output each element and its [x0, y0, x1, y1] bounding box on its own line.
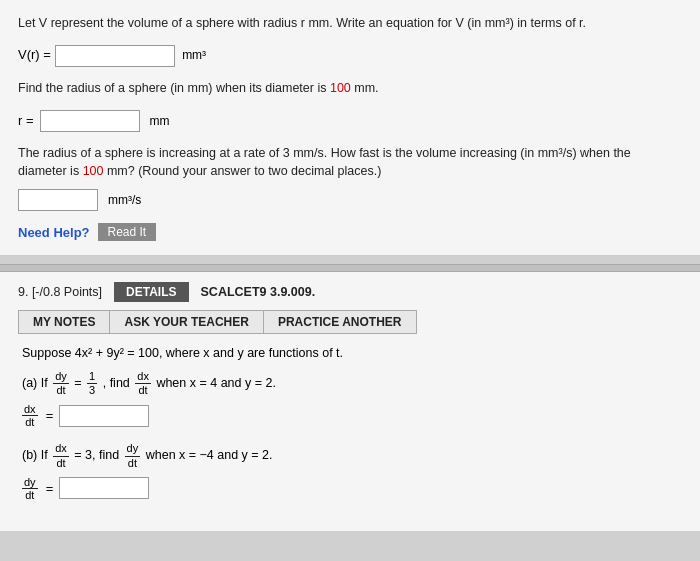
part-b-intro: If — [41, 448, 51, 462]
line2-highlight: 100 — [330, 81, 351, 95]
part-a-text: (a) If dy dt = 1 3 , find dx dt — [22, 376, 276, 390]
divider — [0, 264, 700, 272]
part-a-when: when x = 4 and y = 2. — [156, 376, 276, 390]
part-a-answer-row: dx dt = — [22, 403, 682, 428]
suppose-label: Suppose 4x² + 9y² = 100, where x and y a… — [22, 346, 343, 360]
problem8-line2: Find the radius of a sphere (in mm) when… — [18, 79, 682, 98]
dy-dt-frac: dy dt — [53, 370, 69, 397]
dy-top-b: dy — [125, 442, 141, 456]
r-row: r = mm — [18, 110, 682, 132]
dy-top: dy — [53, 370, 69, 384]
action-buttons: MY NOTES ASK YOUR TEACHER PRACTICE ANOTH… — [18, 310, 682, 334]
problem8-section: Let V represent the volume of a sphere w… — [0, 0, 700, 256]
one-bottom: 3 — [87, 384, 97, 397]
need-help-row: Need Help? Read It — [18, 223, 682, 241]
need-help-label: Need Help? — [18, 225, 90, 240]
part-a-intro: If — [41, 376, 51, 390]
dy-bottom: dt — [54, 384, 67, 397]
answer-a-frac: dx dt — [22, 403, 38, 428]
part-b-when: when x = −4 and y = 2. — [146, 448, 273, 462]
suppose-text: Suppose 4x² + 9y² = 100, where x and y a… — [22, 346, 682, 360]
dy-bottom-b: dt — [126, 457, 139, 470]
r-unit: mm — [150, 114, 170, 128]
part-a-equals: = — [46, 408, 54, 423]
line3-post: mm? (Round your answer to two decimal pl… — [103, 164, 381, 178]
r-label: r = — [18, 113, 34, 128]
ans-dx-bot: dt — [23, 416, 36, 428]
answer-input[interactable] — [18, 189, 98, 211]
scalc-label: SCALCET9 3.9.009. — [201, 285, 316, 299]
dx-bottom-b: dt — [54, 457, 67, 470]
page-container: Let V represent the volume of a sphere w… — [0, 0, 700, 531]
practice-another-button[interactable]: PRACTICE ANOTHER — [263, 310, 417, 334]
dx-dt-frac-b: dx dt — [53, 442, 69, 469]
details-button[interactable]: DETAILS — [114, 282, 188, 302]
part-a-label: (a) — [22, 376, 37, 390]
part-b-val: = 3, find — [74, 448, 122, 462]
vr-input[interactable] — [55, 45, 175, 67]
part-a-find: , find — [103, 376, 134, 390]
ask-teacher-button[interactable]: ASK YOUR TEACHER — [110, 310, 262, 334]
one-top: 1 — [87, 370, 97, 384]
line1-text: Let V represent the volume of a sphere w… — [18, 16, 586, 30]
my-notes-button[interactable]: MY NOTES — [18, 310, 110, 334]
ans-dx-top: dx — [22, 403, 38, 416]
one-third-frac: 1 3 — [87, 370, 97, 397]
line2-pre: Find the radius of a sphere (in mm) when… — [18, 81, 330, 95]
dx-top-b: dx — [53, 442, 69, 456]
answer-row: mm³/s — [18, 189, 682, 211]
dy-dt-frac-b: dy dt — [125, 442, 141, 469]
answer-b-frac: dy dt — [22, 476, 38, 501]
question-body: Suppose 4x² + 9y² = 100, where x and y a… — [18, 346, 682, 501]
part-b-label: (b) — [22, 448, 37, 462]
problem8-line1: Let V represent the volume of a sphere w… — [18, 14, 682, 33]
part-b-answer-row: dy dt = — [22, 476, 682, 501]
part-b-equals: = — [46, 481, 54, 496]
ans-dy-bot: dt — [23, 489, 36, 501]
ans-dy-top: dy — [22, 476, 38, 489]
answer-unit: mm³/s — [108, 193, 141, 207]
part-a-question: (a) If dy dt = 1 3 , find dx dt — [22, 370, 682, 397]
points-label: 9. [-/0.8 Points] — [18, 285, 102, 299]
r-input[interactable] — [40, 110, 140, 132]
part-b-answer-input[interactable] — [59, 477, 149, 499]
dx-dt-frac: dx dt — [135, 370, 151, 397]
part-a-answer-input[interactable] — [59, 405, 149, 427]
vr-unit: mm³ — [182, 48, 206, 62]
dx-bottom: dt — [136, 384, 149, 397]
vr-label: V(r) = — [18, 47, 51, 62]
part-b-text: (b) If dx dt = 3, find dy dt when x = −4… — [22, 448, 273, 462]
part-a-eq: = — [74, 376, 85, 390]
line3-highlight: 100 — [83, 164, 104, 178]
dx-top: dx — [135, 370, 151, 384]
vr-row: V(r) = mm³ — [18, 45, 682, 67]
question-header: 9. [-/0.8 Points] DETAILS SCALCET9 3.9.0… — [18, 282, 682, 302]
line2-post: mm. — [351, 81, 379, 95]
problem8-line3: The radius of a sphere is increasing at … — [18, 144, 682, 182]
part-b-question: (b) If dx dt = 3, find dy dt when x = −4… — [22, 442, 682, 469]
problem9-section: 9. [-/0.8 Points] DETAILS SCALCET9 3.9.0… — [0, 272, 700, 531]
read-it-button[interactable]: Read It — [98, 223, 157, 241]
